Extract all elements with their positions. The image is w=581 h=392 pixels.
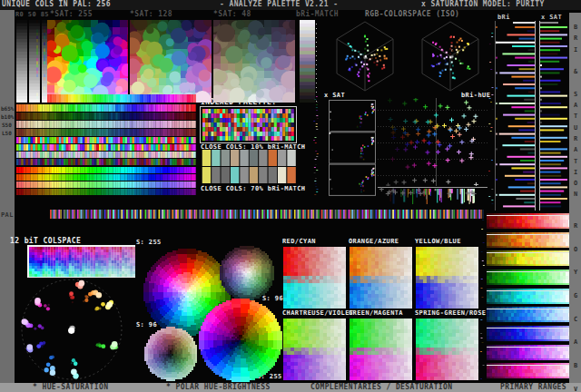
bri-saturation-vertical-label: BRI & SATURATION: [570, 24, 581, 202]
sat-field-128: [130, 20, 212, 103]
bri-sat-bar-chart: [495, 21, 569, 211]
hue-sat-wheel: [15, 276, 129, 383]
sat-48-label: *SAT: 48: [213, 11, 251, 18]
disc1-sat-label: S: 255: [136, 239, 162, 246]
comp-square-4: [350, 318, 412, 380]
close-cols-row-2: [202, 167, 296, 183]
comp-label-green-magenta: GREEN/MAGENTA: [349, 309, 403, 317]
mid-tick-column: [480, 220, 485, 381]
sat-field-255: [47, 20, 128, 103]
comp-label-orange-azure: ORANGE/AZURE: [349, 238, 399, 245]
bri-match-label: bRi-MATCH: [296, 11, 339, 18]
rgb-colorspace-label: RGB-COLORSPACE (ISO): [365, 11, 459, 18]
pal-strip: [50, 210, 484, 219]
right-tick-column: [488, 22, 494, 207]
polar-disc-2: [218, 244, 274, 300]
ramp-col-2: [29, 20, 40, 103]
comp-square-0: [283, 247, 346, 309]
strip-label-b10: b10%: [1, 113, 14, 120]
bri-hue-plot: [378, 98, 487, 186]
ramp-columns-label: R0 50 85: [15, 11, 49, 18]
comp-label-red-cyan: RED/CYAN: [282, 238, 316, 245]
comp-label-yellow-blue: YELLOW/BLUE: [415, 238, 461, 245]
ramp-col-1: [16, 20, 27, 103]
left-strips: [16, 94, 197, 196]
primary-range-strips: [487, 213, 569, 382]
top-bar: UNIQUE COLS IN PAL: 256 - ANALYZE PALETT…: [0, 0, 581, 10]
primary-ranges-caption: PRIMARY RANGES: [500, 384, 566, 391]
polar-hue-brightness-caption: * POLAR HUE-BRIGHTNESS: [166, 384, 271, 391]
indexed-palette-grid: [200, 106, 297, 143]
sat-field-48: [213, 20, 295, 103]
pal-strip-label: PAL: [1, 211, 14, 219]
comp-label-springgreen-rose: SPRING-GREEN/ROSE: [415, 309, 486, 317]
bri-hue-axis: [378, 186, 487, 210]
app-title: - ANALYZE PALETTE V2.21 -: [220, 1, 338, 8]
sat-128-label: *SAT: 128: [130, 11, 172, 18]
analyze-palette-screen: UNIQUE COLS IN PAL: 256 - ANALYZE PALETT…: [0, 0, 581, 392]
strip-label-s50: S50: [2, 122, 12, 128]
comp-square-1: [350, 247, 412, 309]
comp-square-3: [283, 318, 346, 380]
xsat-panels-plot: [329, 100, 376, 196]
colspace12-tiles: [27, 245, 135, 278]
colspace12-label: 12 biT COLSPACE: [10, 238, 81, 245]
hue-saturation-caption: * HUE-SATURATION: [33, 384, 108, 391]
rgb-cubes-plot: [320, 18, 490, 94]
comp-label-chartreuse-violet: CHARTREUSE/VIOLET: [282, 309, 353, 317]
close-cols-row-1: [202, 150, 296, 166]
bar-panel-xsat-label: x SAT: [541, 14, 562, 21]
comp-square-5: [416, 318, 478, 380]
bar-panel-bri-label: bRi: [497, 14, 510, 21]
close-cols-70-label: CLOSE COLS: 70% bRi-MATCH: [201, 185, 305, 192]
polar-disc-3: [143, 325, 198, 381]
strip-label-l50: L50: [2, 130, 12, 136]
bri-match-column: [300, 20, 317, 103]
left-tick-column: [313, 96, 319, 196]
strip-label-b65: b65%: [1, 105, 14, 112]
primary-range-letters: ROYGCABVM: [570, 218, 581, 392]
sat-255-label: *SAT: 255: [50, 11, 93, 18]
saturation-model-label: x SATURATION MODEL: PURITY: [421, 1, 545, 8]
unique-colors-count: UNIQUE COLS IN PAL: 256: [2, 1, 111, 8]
polar-disc-4: [197, 297, 282, 382]
bottom-bar: * HUE-SATURATION * POLAR HUE-BRIGHTNESS …: [0, 383, 581, 392]
left-sidebar: [0, 10, 15, 383]
comp-square-2: [416, 247, 478, 309]
complementaries-caption: COMPLEMENTARIES / DESATURATION: [310, 384, 453, 391]
